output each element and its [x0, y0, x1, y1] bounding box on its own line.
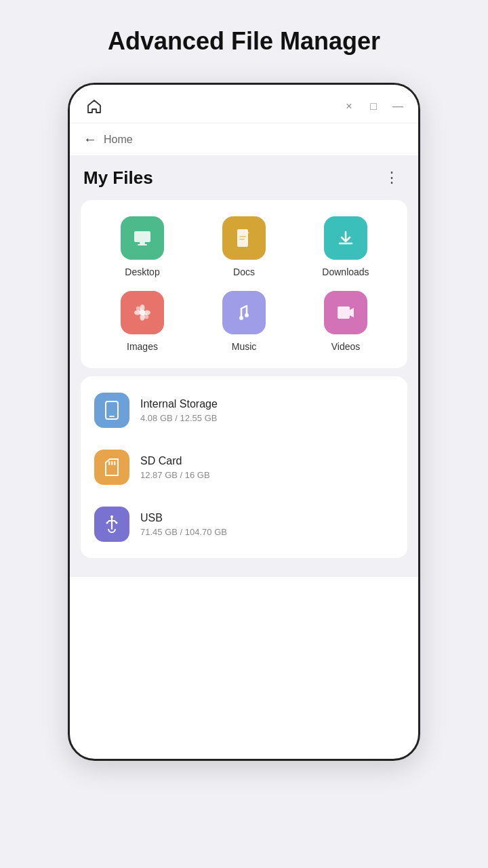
music-icon	[222, 291, 266, 334]
docs-label: Docs	[233, 267, 255, 277]
storage-item-sdcard[interactable]: SD Card 12.87 GB / 16 GB	[81, 439, 407, 496]
usb-name: USB	[140, 512, 227, 524]
internal-storage-info: Internal Storage 4.08 GB / 12.55 GB	[140, 398, 218, 423]
svg-rect-1	[140, 242, 145, 244]
images-icon	[121, 291, 164, 334]
internal-storage-name: Internal Storage	[140, 398, 218, 410]
folder-item-music[interactable]: Music	[193, 291, 295, 352]
svg-rect-0	[134, 231, 150, 242]
svg-rect-21	[114, 461, 116, 465]
folder-grid: Desktop Docs	[92, 216, 396, 352]
sdcard-name: SD Card	[140, 455, 210, 467]
svg-rect-4	[239, 236, 246, 237]
usb-icon	[94, 507, 129, 542]
svg-point-14	[245, 313, 249, 317]
videos-icon	[324, 291, 367, 334]
internal-storage-icon	[94, 393, 129, 428]
folder-item-videos[interactable]: Videos	[295, 291, 396, 352]
svg-point-23	[116, 522, 118, 524]
docs-icon	[222, 216, 266, 260]
close-button[interactable]: ×	[342, 100, 356, 113]
maximize-button[interactable]: □	[367, 100, 380, 113]
storage-card: Internal Storage 4.08 GB / 12.55 GB SD C…	[81, 376, 407, 558]
svg-rect-2	[138, 244, 147, 245]
svg-rect-20	[111, 461, 113, 465]
minimize-button[interactable]: —	[391, 100, 405, 113]
usb-size: 71.45 GB / 104.70 GB	[140, 527, 227, 537]
sdcard-info: SD Card 12.87 GB / 16 GB	[140, 455, 210, 480]
desktop-icon	[121, 216, 164, 260]
top-bar-right: × □ —	[342, 100, 405, 113]
internal-storage-size: 4.08 GB / 12.55 GB	[140, 413, 218, 423]
svg-point-22	[106, 522, 108, 524]
section-header: My Files ⋮	[81, 166, 407, 189]
folder-item-docs[interactable]: Docs	[193, 216, 295, 277]
phone-frame: × □ — ← Home My Files ⋮	[68, 83, 420, 761]
page-heading: Advanced File Manager	[108, 27, 380, 56]
nav-bar: ← Home	[70, 123, 418, 155]
svg-rect-16	[338, 307, 350, 309]
sdcard-icon	[94, 450, 129, 485]
folder-item-downloads[interactable]: Downloads	[295, 216, 396, 277]
videos-label: Videos	[331, 341, 361, 352]
desktop-label: Desktop	[125, 267, 159, 277]
svg-rect-5	[239, 239, 245, 240]
content-area: My Files ⋮ Desktop	[70, 155, 418, 577]
back-button[interactable]: ←	[83, 132, 97, 147]
top-bar: × □ —	[70, 85, 418, 123]
sdcard-size: 12.87 GB / 16 GB	[140, 470, 210, 480]
images-label: Images	[127, 341, 158, 352]
svg-rect-19	[108, 461, 110, 465]
folder-item-images[interactable]: Images	[92, 291, 193, 352]
top-bar-left	[83, 96, 105, 117]
svg-point-24	[110, 515, 113, 518]
music-label: Music	[232, 341, 257, 352]
downloads-icon	[324, 216, 367, 260]
downloads-label: Downloads	[322, 267, 369, 277]
svg-rect-18	[109, 416, 115, 417]
folder-card: Desktop Docs	[81, 200, 407, 368]
home-icon[interactable]	[83, 96, 105, 117]
folder-item-desktop[interactable]: Desktop	[92, 216, 193, 277]
storage-item-internal[interactable]: Internal Storage 4.08 GB / 12.55 GB	[81, 382, 407, 439]
nav-home-label: Home	[104, 134, 133, 146]
usb-info: USB 71.45 GB / 104.70 GB	[140, 512, 227, 537]
more-options-button[interactable]: ⋮	[379, 166, 405, 189]
storage-item-usb[interactable]: USB 71.45 GB / 104.70 GB	[81, 496, 407, 553]
section-title: My Files	[83, 167, 153, 189]
svg-point-13	[239, 316, 243, 320]
